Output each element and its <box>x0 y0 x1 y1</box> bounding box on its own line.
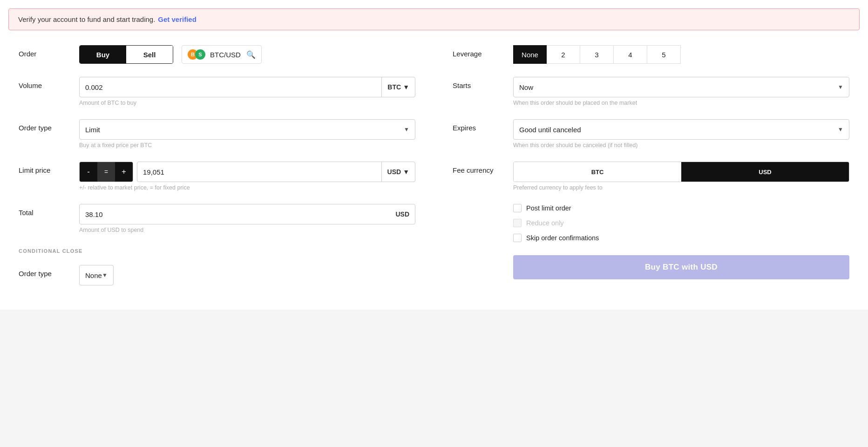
volume-input-wrap: BTC ▼ <box>79 77 415 97</box>
minus-button[interactable]: - <box>80 162 97 182</box>
volume-row: Volume BTC ▼ Amount of BTC to buy <box>19 77 415 106</box>
order-type-hint: Buy at a fixed price per BTC <box>79 142 415 149</box>
conditional-close-section: Conditional Close Order type None ▼ <box>19 246 415 285</box>
skip-confirmations-checkbox[interactable] <box>513 234 522 242</box>
get-verified-link[interactable]: Get verified <box>158 15 197 23</box>
volume-label: Volume <box>19 77 79 89</box>
post-limit-row: Post limit order <box>513 204 849 212</box>
order-type-controls: Limit ▼ Buy at a fixed price per BTC <box>79 119 415 149</box>
fee-toggle: BTC USD <box>513 162 849 182</box>
reduce-only-checkbox <box>513 219 522 227</box>
volume-currency-arrow: ▼ <box>403 83 409 91</box>
left-column: Order Buy Sell B S BTC/USD <box>19 45 415 298</box>
expires-hint: When this order should be canceled (if n… <box>513 142 849 149</box>
leverage-controls: None 2 3 4 5 <box>513 45 849 64</box>
total-label: Total <box>19 204 79 217</box>
order-type-arrow: ▼ <box>404 126 409 133</box>
order-label: Order <box>19 45 79 58</box>
order-type-label: Order type <box>19 119 79 132</box>
total-controls: USD Amount of USD to spend <box>79 204 415 233</box>
leverage-3[interactable]: 3 <box>580 45 614 64</box>
starts-arrow: ▼ <box>838 84 843 90</box>
total-input-wrap: USD <box>79 204 415 224</box>
limit-price-label: Limit price <box>19 162 79 174</box>
order-type-row-main: Order type Limit ▼ Buy at a fixed price … <box>19 119 415 149</box>
pair-icons: B S <box>188 49 205 60</box>
limit-price-input[interactable] <box>137 168 381 176</box>
volume-hint: Amount of BTC to buy <box>79 100 415 106</box>
volume-currency[interactable]: BTC ▼ <box>381 77 415 97</box>
starts-row: Starts Now ▼ When this order should be p… <box>453 77 849 106</box>
expires-arrow: ▼ <box>838 126 843 133</box>
starts-hint: When this order should be placed on the … <box>513 100 849 106</box>
banner-text: Verify your account to fund and start tr… <box>18 15 155 23</box>
pair-label: BTC/USD <box>210 51 241 59</box>
conditional-order-select[interactable]: None <box>85 271 102 279</box>
fee-usd-btn[interactable]: USD <box>681 162 849 182</box>
pair-search-button[interactable]: 🔍 <box>246 50 256 59</box>
leverage-none[interactable]: None <box>513 45 547 64</box>
leverage-group: None 2 3 4 5 <box>513 45 849 64</box>
expires-select[interactable]: Good until canceled <box>519 126 838 134</box>
conditional-close-heading: Conditional Close <box>19 248 83 254</box>
conditional-order-arrow: ▼ <box>102 272 108 278</box>
limit-price-row: Limit price - = + USD ▼ <box>19 162 415 191</box>
starts-select-wrap[interactable]: Now ▼ <box>513 77 849 97</box>
volume-controls: BTC ▼ Amount of BTC to buy <box>79 77 415 106</box>
expires-controls: Good until canceled ▼ When this order sh… <box>513 119 849 149</box>
sell-button-toggle[interactable]: Sell <box>126 46 173 63</box>
buy-sell-toggle: Buy Sell <box>79 45 173 64</box>
buy-button-toggle[interactable]: Buy <box>80 46 126 63</box>
order-type-row: Buy Sell B S BTC/USD 🔍 <box>79 45 415 64</box>
conditional-order-controls: None ▼ <box>79 265 114 285</box>
limit-price-currency[interactable]: USD ▼ <box>381 162 415 182</box>
volume-input[interactable] <box>80 83 381 91</box>
expires-row: Expires Good until canceled ▼ When this … <box>453 119 849 149</box>
post-limit-checkbox[interactable] <box>513 204 522 212</box>
fee-currency-hint: Preferred currency to apply fees to <box>513 184 849 191</box>
starts-controls: Now ▼ When this order should be placed o… <box>513 77 849 106</box>
limit-price-input-wrap: USD ▼ <box>137 162 415 182</box>
fee-btc-btn[interactable]: BTC <box>514 162 681 182</box>
conditional-order-select-wrap[interactable]: None ▼ <box>79 265 114 285</box>
order-type-select[interactable]: Limit <box>85 126 404 134</box>
starts-select[interactable]: Now <box>519 83 838 91</box>
limit-price-hint: +/- relative to market price, = for fixe… <box>79 184 415 191</box>
main-container: Verify your account to fund and start tr… <box>0 0 868 310</box>
reduce-only-row: Reduce only <box>513 219 849 227</box>
leverage-row: Leverage None 2 3 4 5 <box>453 45 849 64</box>
skip-confirmations-label: Skip order confirmations <box>526 234 599 242</box>
conditional-order-row: Order type None ▼ <box>19 265 114 285</box>
limit-price-controls-wrap: - = + USD ▼ +/- relative to market <box>79 162 415 191</box>
limit-price-currency-arrow: ▼ <box>403 168 409 176</box>
leverage-label: Leverage <box>453 45 513 58</box>
pair-selector[interactable]: B S BTC/USD 🔍 <box>182 45 262 64</box>
order-row: Order Buy Sell B S BTC/USD <box>19 45 415 64</box>
plus-button[interactable]: + <box>115 162 133 182</box>
sign-buttons: - = + <box>79 162 133 182</box>
starts-label: Starts <box>453 77 513 89</box>
leverage-2[interactable]: 2 <box>547 45 580 64</box>
form-area: Order Buy Sell B S BTC/USD <box>0 30 868 310</box>
equal-button[interactable]: = <box>97 162 115 182</box>
total-input[interactable] <box>80 210 390 218</box>
fee-currency-controls: BTC USD Preferred currency to apply fees… <box>513 162 849 191</box>
fee-currency-label: Fee currency <box>453 162 513 174</box>
conditional-order-label: Order type <box>19 265 79 278</box>
total-row: Total USD Amount of USD to spend <box>19 204 415 233</box>
expires-label: Expires <box>453 119 513 132</box>
order-type-select-wrap[interactable]: Limit ▼ <box>79 119 415 140</box>
usd-icon: S <box>195 49 205 60</box>
buy-btc-button[interactable]: Buy BTC with USD <box>513 255 849 279</box>
fee-currency-row: Fee currency BTC USD Preferred currency … <box>453 162 849 191</box>
leverage-4[interactable]: 4 <box>614 45 647 64</box>
total-currency: USD <box>390 204 415 224</box>
reduce-only-label: Reduce only <box>526 219 564 227</box>
limit-price-controls: - = + USD ▼ <box>79 162 415 182</box>
leverage-5[interactable]: 5 <box>647 45 681 64</box>
verify-banner: Verify your account to fund and start tr… <box>8 8 860 30</box>
right-column: Leverage None 2 3 4 5 Starts <box>453 45 849 298</box>
expires-select-wrap[interactable]: Good until canceled ▼ <box>513 119 849 140</box>
post-limit-label: Post limit order <box>526 204 571 212</box>
checkboxes-section: Post limit order Reduce only Skip order … <box>513 204 849 279</box>
